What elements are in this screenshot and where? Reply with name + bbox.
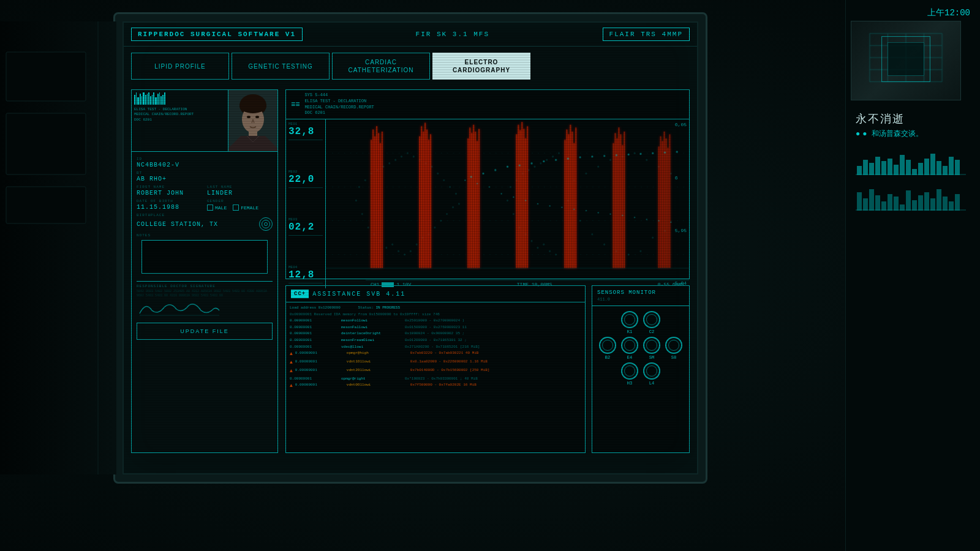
metric-me02: ME02 22,0	[288, 170, 323, 188]
barcode-line	[143, 92, 145, 105]
svg-point-90	[440, 220, 442, 222]
last-name-col: LAST NAME LINDER	[207, 182, 273, 197]
svg-point-110	[546, 159, 548, 161]
svg-point-80	[410, 250, 412, 252]
svg-point-201	[579, 156, 581, 158]
svg-point-75	[394, 159, 396, 161]
fingerprint-core	[264, 222, 268, 226]
fingerprint-icon	[259, 217, 273, 231]
svg-rect-223	[6, 187, 86, 223]
svg-rect-40	[918, 195, 923, 211]
svg-rect-21	[912, 169, 917, 175]
me04-label: ME04	[288, 265, 323, 269]
patient-panel: ELISA TEST - DECLARATION MEDICAL CHAIN/R…	[131, 89, 278, 453]
svg-rect-13	[863, 160, 868, 175]
svg-rect-23	[924, 159, 929, 175]
assistance-title: ASSISTANCE SVB 4.11	[312, 291, 405, 298]
barcode-line	[153, 92, 154, 105]
bt-label: BT	[137, 171, 273, 175]
barcode-line	[150, 96, 151, 105]
barcode-line	[155, 97, 157, 105]
sensor-sm-circle	[643, 337, 660, 354]
svg-point-66	[368, 227, 369, 228]
svg-rect-39	[912, 200, 917, 211]
svg-point-112	[552, 156, 554, 157]
svg-point-209	[628, 154, 630, 156]
svg-rect-43	[937, 189, 941, 211]
terminal-warn-2: ▲ 0.00000001 vdnt1Ollowi 0x0.1aa02000 - …	[290, 359, 581, 367]
barcode-line	[164, 92, 165, 105]
svg-point-65	[364, 179, 366, 181]
header-subtitle: FIR SK 3.1 MFS	[416, 31, 489, 38]
chinese-sub-text: ● ● 和汤普森交谈。	[856, 129, 970, 139]
footer-time-label: TIME 10,00MS	[517, 282, 552, 287]
svg-point-199	[567, 158, 569, 160]
svg-point-189	[507, 166, 508, 168]
male-checkbox-box[interactable]	[207, 204, 213, 211]
terminal-warn-4: ▲ 0.00000001 vdnt0Ollowi 0x7f500000 - 0x…	[290, 382, 581, 390]
first-name-value: ROBERT JOHN	[137, 190, 202, 197]
female-checkbox-box[interactable]	[233, 204, 239, 211]
footer-volt-bar	[382, 282, 394, 287]
svg-point-109	[543, 244, 545, 246]
svg-point-88	[434, 227, 435, 228]
svg-point-105	[531, 240, 533, 242]
svg-rect-20	[906, 160, 911, 175]
sensor-row-3: H3 L4	[597, 362, 684, 386]
svg-point-202	[586, 210, 587, 211]
mini-screen-content	[851, 21, 960, 100]
barcode-line	[162, 95, 164, 105]
svg-point-212	[646, 219, 647, 220]
svg-rect-31	[863, 198, 868, 211]
svg-rect-44	[943, 197, 948, 211]
svg-rect-14	[869, 163, 874, 175]
svg-rect-34	[881, 201, 886, 211]
last-name-label: LAST NAME	[207, 185, 273, 189]
tab-lipid-profile[interactable]: LIPID PROFILE	[131, 53, 229, 80]
gender-checkboxes: MALE FEMALE	[207, 204, 273, 211]
svg-point-87	[431, 166, 432, 168]
id-label: ID	[137, 157, 273, 161]
svg-point-128	[646, 159, 647, 161]
svg-rect-28	[955, 160, 960, 175]
female-checkbox[interactable]: FEMALE	[233, 204, 258, 211]
svg-rect-26	[943, 166, 948, 175]
dob-gender-row: DATE OF BIRTH 11.15.1988 GENDER MALE	[137, 197, 273, 211]
svg-point-99	[513, 213, 514, 215]
svg-point-94	[452, 206, 454, 208]
svg-point-186	[489, 186, 490, 187]
svg-point-192	[525, 200, 526, 201]
svg-point-120	[597, 166, 599, 168]
sensors-version: 411.0	[592, 297, 689, 306]
sensor-s8-inner	[668, 340, 679, 351]
barcode-line	[159, 92, 160, 105]
sensor-e4: E4	[621, 337, 638, 360]
barcode-line	[137, 97, 139, 105]
tab-electro-cardiography[interactable]: ELECTROCARDIOGRAPHY	[432, 53, 530, 80]
update-file-button[interactable]: UPDATE FILE	[137, 323, 273, 340]
monitor-screen: RIPPERDOC SURGICAL SOFTWARE V1 FIR SK 3.…	[123, 21, 698, 474]
sensor-e4-inner	[624, 340, 635, 351]
svg-point-213	[652, 152, 654, 154]
chart-icon: ≡≡	[291, 100, 300, 109]
tab-cardiac-catheterization[interactable]: CARDIACCATHETERIZATION	[332, 53, 430, 80]
left-sidebar	[0, 21, 116, 474]
svg-point-106	[533, 166, 535, 168]
svg-point-93	[449, 186, 451, 188]
barcode-display	[134, 92, 225, 105]
barcode-line	[157, 94, 159, 105]
svg-point-104	[528, 169, 530, 171]
patient-photo-placeholder	[228, 90, 277, 151]
terminal-line-3: 0.00000001 deinterlaceOnright 0x1000024 …	[290, 331, 581, 337]
svg-point-62	[355, 200, 357, 201]
svg-point-182	[464, 179, 466, 181]
male-checkbox[interactable]: MALE	[207, 204, 227, 211]
svg-point-132	[670, 173, 672, 174]
footer-ch1: CH1	[371, 282, 379, 287]
svg-point-127	[639, 250, 641, 252]
metric-me01: ME01 32,8	[288, 122, 323, 140]
svg-point-77	[401, 156, 402, 157]
tab-genetic-testing[interactable]: GENETIC TESTING	[232, 53, 330, 80]
sensor-e4-circle	[621, 337, 638, 354]
header-title: RIPPERDOC SURGICAL SOFTWARE V1	[131, 28, 303, 41]
